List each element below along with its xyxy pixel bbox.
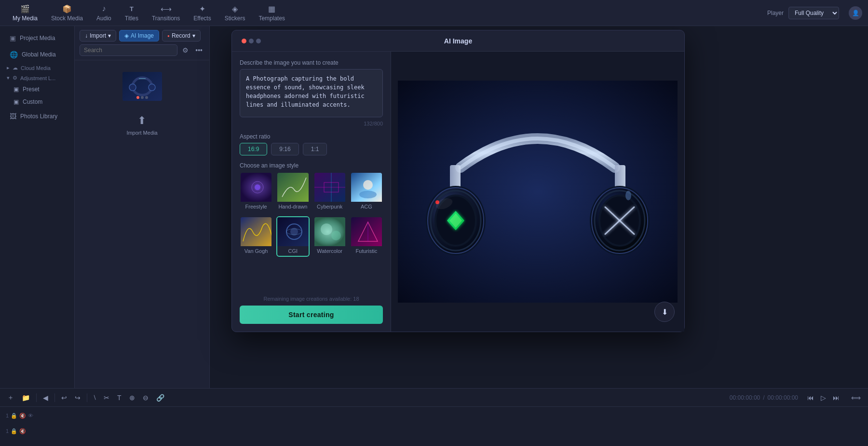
sidebar-item-project-media[interactable]: ▣ Project Media (3, 30, 71, 46)
add-track-btn[interactable]: ＋ (5, 392, 16, 404)
nav-transitions-label: Transitions (152, 15, 180, 22)
download-btn[interactable]: ⬇ (654, 302, 675, 322)
player-controls: Player Full Quality Draft Quality 👤 (767, 6, 862, 20)
step-forward-btn[interactable]: ⏭ (830, 392, 842, 403)
sidebar-global-media-label: Global Media (22, 51, 56, 58)
folder-btn[interactable]: 📁 (19, 392, 32, 403)
style-freestyle[interactable]: Freestyle (240, 172, 272, 212)
folder-icon: 📁 (22, 394, 30, 402)
zoom-slider-btn[interactable]: ⟺ (849, 392, 863, 403)
nav-stock-media[interactable]: 📦 Stock Media (44, 1, 90, 25)
global-media-icon: 🌐 (10, 51, 18, 58)
style-grid: Freestyle Hand-drawn (240, 172, 383, 257)
nav-titles-label: Titles (125, 15, 138, 22)
nav-transitions[interactable]: ⟷ Transitions (145, 1, 187, 25)
playback-controls: ⏮ ▷ ⏭ (805, 392, 842, 403)
sidebar-item-photos-library[interactable]: 🖼 Photos Library (3, 109, 71, 124)
nav-stickers-label: Stickers (225, 15, 245, 22)
track-controls: 1 🔒 🔇 👁 1 🔒 🔇 (4, 409, 35, 444)
style-cyberpunk[interactable]: Cyberpunk (313, 172, 346, 212)
track-2-lock[interactable]: 🔒 (11, 428, 17, 434)
style-acg[interactable]: ACG (350, 172, 383, 212)
sidebar-section-adjustment[interactable]: ▾ ⚙ Adjustment L... (0, 73, 74, 83)
style-watercolor-label: Watercolor (317, 248, 342, 256)
track-1-lock[interactable]: 🔒 (11, 413, 17, 419)
window-close-dot[interactable] (242, 39, 246, 43)
ai-image-icon: ◈ (124, 32, 129, 39)
avatar-btn[interactable]: 👤 (849, 6, 862, 20)
aspect-16-9[interactable]: 16:9 (240, 143, 267, 155)
style-freestyle-img (241, 173, 271, 202)
quality-select[interactable]: Full Quality Draft Quality (788, 7, 839, 19)
filter-btn[interactable]: ⚙ (180, 45, 190, 55)
record-dot: ● (167, 34, 170, 38)
record-btn[interactable]: ● Record ▾ (162, 30, 201, 42)
thumbnail-headphones[interactable] (122, 72, 162, 101)
nav-effects[interactable]: ✦ Effects (187, 1, 217, 25)
sidebar-item-global-media[interactable]: 🌐 Global Media (3, 47, 71, 62)
trim-btn[interactable]: ✂ (101, 392, 112, 403)
redo-btn[interactable]: ↪ (72, 392, 83, 403)
window-max-dot[interactable] (256, 39, 261, 43)
link-btn[interactable]: 🔗 (154, 392, 167, 403)
svg-point-15 (363, 180, 373, 190)
more-options-btn[interactable]: ••• (193, 45, 204, 55)
style-watercolor-img (314, 217, 345, 246)
text-btn[interactable]: T (115, 392, 124, 403)
zoom-btn[interactable]: ⊕ (127, 392, 137, 403)
nav-my-media[interactable]: 🎬 My Media (6, 1, 44, 25)
sidebar-section-cloud[interactable]: ▸ ☁ Cloud Media (0, 63, 74, 73)
nav-templates[interactable]: ▦ Templates (252, 1, 292, 25)
sidebar-sub-preset[interactable]: ▣ Preset (0, 83, 74, 96)
style-handdrawn-img (277, 173, 308, 202)
aspect-9-16[interactable]: 9:16 (271, 143, 298, 155)
svg-point-48 (625, 191, 631, 200)
style-futuristic[interactable]: Futuristic (350, 216, 383, 257)
timeline-tracks: 1 🔒 🔇 👁 1 🔒 🔇 (0, 407, 868, 446)
style-handdrawn[interactable]: Hand-drawn (276, 172, 309, 212)
thumbnail-grid (119, 68, 166, 105)
import-btn[interactable]: ↓ Import ▾ (80, 30, 116, 42)
step-back-btn[interactable]: ⏮ (805, 392, 816, 403)
add-track-icon: ＋ (7, 393, 14, 401)
description-textarea[interactable]: A Photograph capturing the bold essence … (240, 69, 383, 117)
photos-icon: 🖼 (10, 112, 16, 120)
media-content: ⬆ Import Media (75, 60, 209, 388)
track-2-mute[interactable]: 🔇 (19, 428, 26, 434)
aspect-ratio-section: Aspect ratio 16:9 9:16 1:1 (240, 133, 383, 155)
aspect-1-1[interactable]: 1:1 (303, 143, 327, 155)
nav-titles[interactable]: T Titles (118, 1, 145, 25)
track-2-label: 1 (6, 424, 9, 438)
media-panel: ↓ Import ▾ ◈ AI Image ● Record ▾ ⚙ ••• (75, 26, 210, 388)
style-vangogh[interactable]: Van Gogh (240, 216, 272, 257)
track-1-mute[interactable]: 🔇 (19, 413, 26, 419)
remaining-text: Remaining image creations available: 18 (240, 296, 383, 302)
undo-btn[interactable]: ↩ (59, 392, 69, 403)
char-count: 132/800 (240, 121, 383, 126)
start-creating-btn[interactable]: Start creating (240, 306, 383, 324)
play-btn[interactable]: ▷ (818, 392, 828, 403)
import-area[interactable]: ⬆ Import Media (117, 105, 167, 145)
timeline-time: 00:00:00:00 / 00:00:00:00 (730, 394, 798, 401)
nav-stickers[interactable]: ◈ Stickers (218, 1, 252, 25)
style-cgi[interactable]: CGI (276, 216, 309, 257)
sidebar-adjustment-label: Adjustment L... (20, 75, 55, 81)
thumb-dots (136, 96, 148, 99)
sidebar-sub-custom[interactable]: ▣ Custom (0, 96, 74, 108)
style-acg-img (351, 173, 382, 202)
aspect-ratio-buttons: 16:9 9:16 1:1 (240, 143, 383, 155)
download-icon: ⬇ (662, 307, 668, 317)
style-cyberpunk-label: Cyberpunk (317, 204, 342, 211)
zoom-out-btn[interactable]: ⊖ (140, 392, 151, 403)
window-min-dot[interactable] (249, 39, 254, 43)
sidebar-project-media-label: Project Media (20, 35, 55, 42)
collapse-btn[interactable]: ◀ (41, 392, 51, 403)
nav-audio[interactable]: ♪ Audio (90, 1, 118, 25)
ai-image-btn[interactable]: ◈ AI Image (119, 30, 159, 42)
track-1-vis[interactable]: 👁 (28, 413, 33, 418)
search-input[interactable] (80, 44, 177, 56)
time-separator: / (763, 394, 764, 401)
style-watercolor[interactable]: Watercolor (313, 216, 346, 257)
split-btn[interactable]: ⧵ (91, 392, 98, 403)
choose-style-label: Choose an image style (240, 162, 383, 169)
